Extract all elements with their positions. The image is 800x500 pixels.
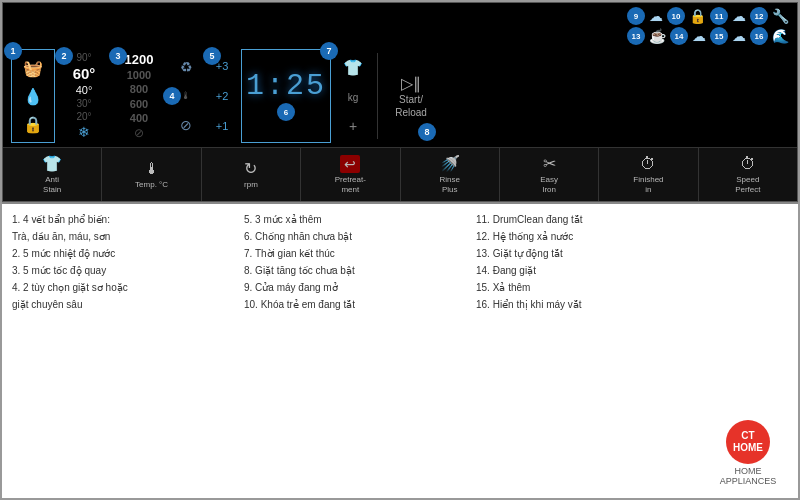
info-8: 6. Chống nhăn chưa bật: [244, 229, 468, 245]
label-pretreatment[interactable]: ↩ Pretreat-ment: [301, 148, 400, 201]
logo-subtext: HOME APPLIANCES: [708, 466, 788, 486]
speed-perfect-icon: ⏱: [740, 155, 756, 173]
info-15: 13. Giặt tự động tắt: [476, 246, 700, 262]
speed-perfect-text: SpeedPerfect: [735, 175, 760, 194]
icon-14: ☁: [692, 28, 706, 44]
timer-sub-badge: 6: [277, 103, 295, 123]
temp-label-icon: 🌡: [144, 160, 160, 178]
temp-20: 20°: [76, 111, 91, 122]
info-5: 4. 2 tùy chọn giặt sơ hoặc: [12, 280, 236, 296]
label-rpm[interactable]: ↻ rpm: [202, 148, 301, 201]
label-speed-perfect[interactable]: ⏱ SpeedPerfect: [699, 148, 797, 201]
icon-10: 🔒: [689, 8, 706, 24]
badge-13: 13: [627, 27, 645, 45]
badge-3: 3: [109, 47, 127, 65]
anti-stain-icon: 👕: [42, 154, 62, 173]
info-section: 1. 4 vết bẩn phổ biến: Trà, dầu ăn, máu,…: [2, 202, 798, 498]
icon-12: 🔧: [772, 8, 789, 24]
snowflake-icon: ❄: [78, 124, 90, 140]
info-14: 12. Hệ thống xả nước: [476, 229, 700, 245]
icon-15: ☁: [732, 28, 746, 44]
icon-11: ☁: [732, 8, 746, 24]
info-12: 10. Khóa trẻ em đang tắt: [244, 297, 468, 313]
rpm-label-text: rpm: [244, 180, 258, 190]
temp-30: 30°: [76, 98, 91, 109]
program-selector[interactable]: 1 🧺 💧 🔒: [11, 49, 55, 143]
badge-9: 9: [627, 7, 645, 25]
icon-9: ☁: [649, 8, 663, 24]
info-1: 1. 4 vết bẩn phổ biến:: [12, 212, 236, 228]
badge-4: 4: [163, 87, 181, 105]
extra-options[interactable]: 4 ♻ 🌡 ⊘: [169, 49, 203, 143]
badge-16: 16: [750, 27, 768, 45]
info-col-2: 5. 3 mức xả thêm 6. Chống nhăn chưa bật …: [244, 212, 468, 490]
speed-1200: 1200: [125, 52, 154, 67]
program-icon-2: 💧: [23, 87, 43, 106]
play-icon: ▷∥: [401, 74, 421, 93]
shirt-icon: 👕: [343, 58, 363, 77]
temp-60: 60°: [73, 65, 96, 82]
speed-selector[interactable]: 3 1200 1000 800 600 400 ⊘: [113, 49, 165, 143]
timer-display: 7 1:25 6: [241, 49, 331, 143]
speed-800: 800: [130, 83, 148, 95]
badge-12: 12: [750, 7, 768, 25]
anti-stain-text: AntiStain: [43, 175, 61, 194]
info-2: Trà, dầu ăn, máu, sơn: [12, 229, 236, 245]
logo-area: CTHOME HOME APPLIANCES: [708, 212, 788, 490]
badge-2: 2: [55, 47, 73, 65]
temp-90: 90°: [76, 52, 91, 63]
easy-iron-icon: ✂: [543, 154, 556, 173]
info-9: 7. Thời gian kết thúc: [244, 246, 468, 262]
extra-icon-1: ♻: [180, 59, 193, 75]
info-col-1: 1. 4 vết bẩn phổ biến: Trà, dầu ăn, máu,…: [12, 212, 236, 490]
icon-16: 🌊: [772, 28, 789, 44]
badge-15: 15: [710, 27, 728, 45]
speed-1000: 1000: [127, 69, 151, 81]
label-rinse-plus[interactable]: 🚿 RinsePlus: [401, 148, 500, 201]
info-6: giặt chuyên sâu: [12, 297, 236, 313]
label-easy-iron[interactable]: ✂ EasyIron: [500, 148, 599, 201]
no-spin-icon: ⊘: [134, 126, 144, 140]
plus-selector[interactable]: 5 +3 +2 +1: [207, 49, 237, 143]
temp-icon: 🌡: [181, 90, 191, 101]
rinse-text: RinsePlus: [439, 175, 459, 194]
info-4: 3. 5 mức tốc độ quay: [12, 263, 236, 279]
label-finished[interactable]: ⏱ Finishedin: [599, 148, 698, 201]
speed-400: 400: [130, 112, 148, 124]
easy-iron-text: EasyIron: [540, 175, 558, 194]
badge-10: 10: [667, 7, 685, 25]
plus-2: +2: [216, 90, 229, 102]
start-reload-button[interactable]: 8 ▷∥ Start/Reload: [384, 49, 438, 143]
info-16: 14. Đang giặt: [476, 263, 700, 279]
info-13: 11. DrumClean đang tắt: [476, 212, 700, 228]
label-anti-stain[interactable]: 👕 AntiStain: [3, 148, 102, 201]
finished-icon: ⏱: [640, 155, 656, 173]
info-11: 9. Cửa máy đang mở: [244, 280, 468, 296]
info-3: 2. 5 mức nhiệt độ nước: [12, 246, 236, 262]
finished-text: Finishedin: [633, 175, 663, 194]
rpm-icon: ↻: [244, 159, 257, 178]
program-icon-3: 🔒: [23, 115, 43, 134]
kg-indicator: 👕 kg +: [335, 49, 371, 143]
temperature-selector[interactable]: 2 90° 60° 40° 30° 20° ❄: [59, 49, 109, 143]
badge-7: 7: [320, 42, 338, 60]
info-7: 5. 3 mức xả thêm: [244, 212, 468, 228]
program-icon-1: 🧺: [23, 59, 43, 78]
badge-14: 14: [670, 27, 688, 45]
start-label: Start/Reload: [395, 93, 427, 119]
info-10: 8. Giặt tăng tốc chưa bật: [244, 263, 468, 279]
badge-11: 11: [710, 7, 728, 25]
icon-13: ☕: [649, 28, 666, 44]
speed-600: 600: [130, 98, 148, 110]
kg-label: kg: [348, 92, 359, 103]
control-panel: 9 ☁ 10 🔒 11 ☁ 12 🔧 13 ☕ 14 ☁ 15 ☁ 16 🌊: [2, 2, 798, 202]
plus-icon: +: [349, 118, 357, 134]
info-col-3: 11. DrumClean đang tắt 12. Hệ thống xả n…: [476, 212, 700, 490]
main-container: 9 ☁ 10 🔒 11 ☁ 12 🔧 13 ☕ 14 ☁ 15 ☁ 16 🌊: [0, 0, 800, 500]
label-temp[interactable]: 🌡 Temp. °C: [102, 148, 201, 201]
temp-40: 40°: [76, 84, 93, 96]
temp-label-text: Temp. °C: [135, 180, 168, 190]
controls-area: 1 🧺 💧 🔒 2 90° 60° 40° 30° 20° ❄ 3 1200 1…: [3, 45, 797, 147]
rinse-icon: 🚿: [440, 154, 460, 173]
badge-8: 8: [418, 123, 436, 141]
